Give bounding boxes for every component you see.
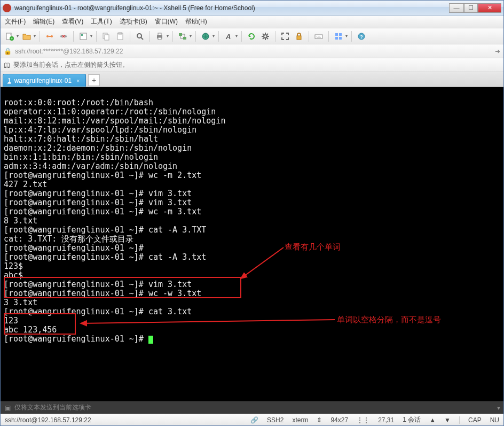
menu-file[interactable]: 文件(F) (5, 17, 26, 26)
globe-icon[interactable] (200, 30, 211, 42)
refresh-icon[interactable] (246, 30, 257, 42)
terminal-line: 123$ (4, 261, 23, 271)
link-icon: 🔗 (250, 416, 258, 424)
svg-rect-27 (317, 37, 321, 37)
terminal-line: cat: 3.TXT: 没有那个文件或目录 (4, 234, 133, 244)
open-folder-icon[interactable] (21, 30, 33, 42)
svg-rect-30 (335, 37, 338, 40)
search-icon[interactable] (134, 30, 146, 42)
pos-icon: ⋮⋮ (357, 416, 369, 424)
address-url[interactable]: ssh://root:********@192.168.57.129:22 (15, 48, 492, 55)
window-title: wangruifenglinux-01 - root@wangruifengli… (14, 4, 449, 12)
svg-rect-26 (319, 36, 320, 36)
dropdown-arrow-icon[interactable]: ▾ (34, 34, 36, 38)
svg-rect-10 (105, 35, 109, 40)
transfer-icon[interactable] (177, 30, 188, 42)
svg-point-3 (46, 35, 49, 37)
svg-point-6 (65, 35, 67, 37)
keyboard-icon[interactable] (313, 30, 325, 42)
gear-icon[interactable] (259, 30, 271, 42)
print-icon[interactable] (154, 30, 166, 42)
address-bar: 🔒 ssh://root:********@192.168.57.129:22 … (1, 44, 503, 58)
tab-add-button[interactable]: + (88, 74, 100, 86)
paste-icon[interactable] (114, 30, 126, 42)
dropdown-arrow-icon[interactable]: ▾ (235, 34, 238, 38)
minimize-button[interactable]: — (449, 3, 464, 13)
new-file-icon[interactable]: + (4, 30, 15, 42)
svg-rect-25 (318, 36, 319, 36)
terminal-line: [root@wangruifenglinux-01 ~]# cat -A 3.t… (4, 252, 206, 262)
layout-icon[interactable] (333, 30, 344, 42)
dropdown-arrow-icon[interactable]: ▾ (345, 34, 348, 38)
menubar: 文件(F) 编辑(E) 查看(V) 工具(T) 选项卡(B) 窗口(W) 帮助(… (1, 16, 503, 28)
sessions-down-icon: ▼ (444, 416, 451, 424)
go-arrow-icon[interactable]: ➜ (495, 48, 500, 55)
svg-rect-18 (183, 37, 186, 40)
dropdown-arrow-icon[interactable]: ▾ (17, 34, 19, 38)
svg-rect-7 (80, 33, 86, 40)
svg-line-35 (81, 320, 335, 323)
annotation-text-1: 查看有几个单词 (285, 242, 341, 251)
size-icon: ⇕ (317, 416, 322, 424)
svg-rect-23 (315, 35, 322, 38)
status-url: ssh://root@192.168.57.129:22 (5, 416, 91, 424)
terminal-line: [root@wangruifenglinux-01 ~]# vim 3.txt (4, 198, 192, 207)
svg-rect-8 (81, 34, 83, 36)
lock-icon: 🔒 (4, 48, 12, 55)
dropdown-arrow-icon[interactable]: ▾ (167, 34, 169, 38)
send-placeholder[interactable]: 仅将文本发送到当前选项卡 (14, 403, 91, 412)
bookmark-icon[interactable]: 🕮 (4, 61, 10, 69)
terminal-line: [root@wangruifenglinux-01 ~]# wc -m 2.tx… (4, 171, 201, 180)
tab-close-icon[interactable]: × (75, 78, 81, 84)
send-dropdown-icon[interactable]: ▾ (497, 404, 500, 412)
terminal-line: [root@wangruifenglinux-01 ~]# wc -w 3.tx… (4, 289, 201, 298)
svg-rect-17 (179, 33, 182, 36)
menu-view[interactable]: 查看(V) (62, 17, 83, 26)
dropdown-arrow-icon[interactable]: ▾ (90, 34, 92, 38)
dropdown-arrow-icon[interactable]: ▾ (212, 34, 215, 38)
svg-rect-22 (297, 36, 301, 40)
lock-icon[interactable] (293, 30, 305, 42)
maximize-button[interactable]: ☐ (464, 3, 478, 13)
menu-tools[interactable]: 工具(T) (91, 17, 112, 26)
menu-help[interactable]: 帮助(H) (185, 17, 207, 26)
status-size: 94x27 (330, 416, 348, 424)
copy-icon[interactable] (100, 30, 112, 42)
session-tab[interactable]: 1 wangruifenglinux-01 × (3, 74, 86, 87)
info-bar: 🕮 要添加当前会话，点击左侧的箭头按钮。 (1, 58, 503, 72)
svg-point-5 (60, 35, 62, 37)
svg-point-21 (264, 35, 267, 38)
svg-text:A: A (225, 33, 231, 41)
send-icon[interactable]: ▣ (4, 404, 11, 412)
menu-window[interactable]: 窗口(W) (155, 17, 178, 26)
svg-text:?: ? (360, 34, 363, 40)
svg-rect-12 (119, 33, 122, 34)
annotation-text-2: 单词以空格分隔，而不是逗号 (337, 315, 441, 324)
svg-rect-16 (158, 37, 161, 40)
font-icon[interactable]: A (223, 30, 234, 42)
titlebar: wangruifenglinux-01 - root@wangruifengli… (1, 1, 503, 16)
terminal-line: 8 3.txt (4, 216, 37, 226)
svg-rect-15 (158, 33, 161, 35)
menu-options[interactable]: 选项卡(B) (120, 17, 147, 26)
svg-rect-31 (339, 37, 342, 40)
send-bar: ▣ 仅将文本发送到当前选项卡 ▾ (1, 401, 503, 414)
fullscreen-icon[interactable] (279, 30, 291, 42)
dropdown-arrow-icon[interactable]: ▾ (190, 34, 192, 38)
menu-edit[interactable]: 编辑(E) (33, 17, 54, 26)
tab-number: 1 (7, 77, 11, 84)
connect-icon[interactable] (44, 30, 56, 42)
disconnect-icon[interactable] (58, 30, 69, 42)
terminal-line: [root@wangruifenglinux-01 ~]# cat 3.txt (4, 307, 192, 316)
profile-icon[interactable] (77, 30, 89, 42)
close-button[interactable]: ✕ (478, 3, 501, 13)
help-icon[interactable]: ? (356, 30, 367, 42)
terminal-line: bin:x:1:1:bin:/bin:/sbin/nologin (4, 152, 158, 162)
svg-rect-28 (335, 33, 338, 36)
toolbar: + ▾ ▾ ▾ ▾ ▾ ▾ A ▾ ▾ (1, 28, 503, 44)
terminal[interactable]: root:x:0:0:root:/root:/bin/bash operator… (1, 87, 503, 401)
terminal-line: operator:x:11:0:operator:/root:/sbin/nol… (4, 107, 216, 117)
status-pos: 27,31 (378, 416, 394, 424)
terminal-line: adm:x:3:4:adm:/var/adm:/sbin/nologin (4, 161, 177, 171)
terminal-line: abc$ (4, 270, 23, 280)
